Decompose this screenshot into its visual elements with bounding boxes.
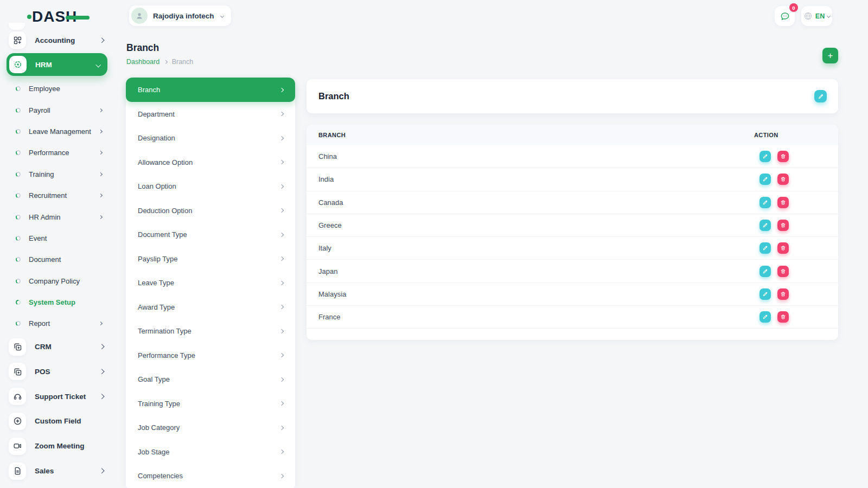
sidebar-item-label: Payroll xyxy=(29,106,50,114)
chat-icon xyxy=(780,11,790,22)
setup-item-goal-type[interactable]: Goal Type xyxy=(126,368,295,392)
setup-item-performance-type[interactable]: Performance Type xyxy=(126,343,295,368)
sidebar-item-support-ticket[interactable]: Support Ticket xyxy=(7,384,107,409)
sidebar-item-event[interactable]: Event xyxy=(7,228,107,249)
bullet-icon xyxy=(16,321,21,326)
sidebar-item-accounting[interactable]: Accounting xyxy=(7,28,107,52)
sidebar-item-document[interactable]: Document xyxy=(7,249,107,270)
breadcrumb-dashboard-link[interactable]: Dashboard xyxy=(126,58,159,66)
copy-plus-icon xyxy=(9,338,26,356)
table-row: France xyxy=(307,306,838,329)
file-icon xyxy=(9,463,26,480)
trash-icon xyxy=(780,314,786,320)
bullet-icon xyxy=(16,150,21,155)
chevron-right-icon xyxy=(164,60,167,63)
target-icon xyxy=(9,56,27,73)
column-header-branch: BRANCH xyxy=(318,132,754,138)
plus-circle-icon xyxy=(9,413,26,430)
sidebar-item-label: Report xyxy=(29,319,50,328)
row-delete-button[interactable] xyxy=(777,288,789,300)
row-delete-button[interactable] xyxy=(777,151,789,162)
sidebar-item-label: HR Admin xyxy=(29,213,61,221)
setup-item-termination-type[interactable]: Termination Type xyxy=(126,319,295,344)
setup-item-deduction-option[interactable]: Deduction Option xyxy=(126,198,295,223)
setup-item-department[interactable]: Department xyxy=(126,102,295,126)
branch-name: Greece xyxy=(318,221,754,229)
chat-badge: 0 xyxy=(789,3,798,12)
bullet-icon xyxy=(16,279,21,284)
company-dropdown[interactable]: Rajodiya infotech xyxy=(129,5,231,26)
sidebar-item-performance[interactable]: Performance xyxy=(7,142,107,163)
chevron-right-icon xyxy=(279,160,284,164)
panel-title: Branch xyxy=(318,91,349,101)
setup-item-award-type[interactable]: Award Type xyxy=(126,295,295,319)
sidebar-item-label: CRM xyxy=(35,343,52,351)
row-delete-button[interactable] xyxy=(777,266,789,277)
chevron-down-icon xyxy=(827,14,831,18)
row-edit-button[interactable] xyxy=(760,220,771,231)
row-delete-button[interactable] xyxy=(777,197,789,208)
setup-item-document-type[interactable]: Document Type xyxy=(126,223,295,247)
setup-item-job-stage[interactable]: Job Stage xyxy=(126,440,295,464)
setup-item-leave-type[interactable]: Leave Type xyxy=(126,271,295,296)
row-edit-button[interactable] xyxy=(760,174,771,185)
chevron-right-icon xyxy=(279,329,284,333)
pencil-icon xyxy=(762,153,768,159)
row-edit-button[interactable] xyxy=(760,197,771,208)
brand-logo: DASH xyxy=(27,8,90,25)
sidebar-item-label: Custom Field xyxy=(35,417,81,425)
sidebar-item-employee[interactable]: Employee xyxy=(7,78,107,99)
sidebar-item-crm[interactable]: CRM xyxy=(7,335,107,359)
table-row: Italy xyxy=(307,237,838,260)
trash-icon xyxy=(780,153,786,159)
setup-item-label: Department xyxy=(138,110,175,118)
avatar xyxy=(131,8,148,24)
row-delete-button[interactable] xyxy=(777,242,789,254)
row-edit-button[interactable] xyxy=(760,242,771,254)
copy-plus-icon xyxy=(9,363,26,380)
setup-item-training-type[interactable]: Training Type xyxy=(126,391,295,416)
sidebar-item-sales[interactable]: Sales xyxy=(7,459,107,484)
row-edit-button[interactable] xyxy=(760,266,771,277)
setup-item-loan-option[interactable]: Loan Option xyxy=(126,175,295,199)
messages-button[interactable]: 0 xyxy=(775,6,795,26)
sidebar-item-company-policy[interactable]: Company Policy xyxy=(7,271,107,292)
setup-item-allowance-option[interactable]: Allowance Option xyxy=(126,150,295,175)
sidebar-item-payroll[interactable]: Payroll xyxy=(7,99,107,120)
sidebar-item-label: Support Ticket xyxy=(35,393,86,401)
sidebar-item-pos[interactable]: POS xyxy=(7,359,107,384)
sidebar-item-hrm[interactable]: HRM xyxy=(7,53,107,76)
sidebar-item-leave-management[interactable]: Leave Management xyxy=(7,121,107,142)
setup-item-label: Job Stage xyxy=(138,448,170,456)
sidebar-item-custom-field[interactable]: Custom Field xyxy=(7,409,107,434)
row-delete-button[interactable] xyxy=(777,174,789,185)
sidebar-item-recruitment[interactable]: Recruitment xyxy=(7,185,107,206)
row-edit-button[interactable] xyxy=(760,288,771,300)
bullet-icon xyxy=(16,108,21,113)
row-delete-button[interactable] xyxy=(777,220,789,231)
branch-name: Italy xyxy=(318,244,754,252)
setup-item-job-category[interactable]: Job Category xyxy=(126,416,295,440)
setup-item-payslip-type[interactable]: Payslip Type xyxy=(126,247,295,271)
chevron-right-icon xyxy=(99,130,103,133)
setup-item-competencies[interactable]: Competencies xyxy=(126,464,295,488)
sidebar-item-label: Zoom Meeting xyxy=(35,442,85,450)
row-delete-button[interactable] xyxy=(777,311,789,323)
panel-edit-button[interactable] xyxy=(814,90,827,102)
language-code: EN xyxy=(815,12,825,20)
bullet-icon xyxy=(16,215,21,220)
row-edit-button[interactable] xyxy=(760,311,771,323)
sidebar-item-zoom-meeting[interactable]: Zoom Meeting xyxy=(7,434,107,459)
sidebar-item-training[interactable]: Training xyxy=(7,164,107,185)
setup-item-branch[interactable]: Branch xyxy=(126,78,295,102)
sidebar-item-system-setup[interactable]: System Setup xyxy=(7,292,107,313)
sidebar-item-report[interactable]: Report xyxy=(7,313,107,334)
sidebar-item-hr-admin[interactable]: HR Admin xyxy=(7,206,107,227)
setup-item-designation[interactable]: Designation xyxy=(126,126,295,151)
chevron-right-icon xyxy=(99,394,104,399)
pencil-icon xyxy=(762,314,768,320)
language-dropdown[interactable]: EN xyxy=(801,6,832,26)
add-branch-button[interactable]: + xyxy=(822,48,838,63)
row-edit-button[interactable] xyxy=(760,151,771,162)
breadcrumb-current: Branch xyxy=(172,58,194,66)
